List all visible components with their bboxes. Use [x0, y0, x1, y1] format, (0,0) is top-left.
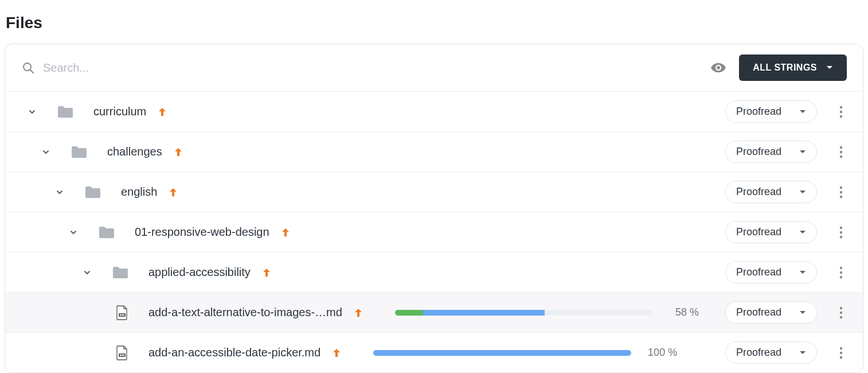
svg-rect-14: [99, 230, 114, 238]
svg-point-27: [840, 311, 842, 313]
more-menu-icon[interactable]: [831, 102, 851, 122]
caret-down-icon: [799, 230, 806, 235]
up-arrow-icon[interactable]: [331, 347, 342, 359]
progress-translated-segment: [423, 310, 545, 316]
folder-icon: [112, 266, 129, 279]
chevron-down-icon[interactable]: [81, 266, 93, 279]
up-arrow-icon[interactable]: [157, 106, 168, 118]
svg-rect-6: [72, 149, 87, 158]
svg-point-33: [840, 347, 842, 349]
folder-icon: [57, 105, 74, 119]
up-arrow-icon[interactable]: [280, 227, 291, 238]
file-row[interactable]: add-an-accessible-date-picker.md100 %Pro…: [5, 332, 863, 372]
caret-down-icon: [799, 150, 806, 154]
row-name: challenges: [107, 145, 162, 158]
all-strings-label: ALL STRINGS: [753, 63, 817, 73]
all-strings-button[interactable]: ALL STRINGS: [739, 55, 847, 81]
search-input[interactable]: [43, 61, 698, 75]
svg-point-9: [840, 155, 842, 157]
svg-point-28: [840, 316, 842, 318]
svg-rect-24: [122, 314, 123, 316]
folder-icon: [84, 185, 101, 199]
proofread-button[interactable]: Proofread: [725, 261, 817, 283]
proofread-button[interactable]: Proofread: [725, 341, 817, 364]
svg-point-16: [840, 231, 842, 233]
visibility-toggle-icon[interactable]: [707, 56, 730, 79]
search-icon: [21, 61, 35, 75]
proofread-button[interactable]: Proofread: [725, 141, 817, 163]
proofread-label: Proofread: [736, 106, 781, 118]
more-menu-icon[interactable]: [831, 302, 851, 323]
svg-rect-18: [113, 270, 128, 278]
proofread-label: Proofread: [736, 146, 781, 158]
row-name: english: [121, 185, 157, 199]
more-menu-icon[interactable]: [831, 182, 851, 203]
more-menu-icon[interactable]: [831, 262, 851, 283]
svg-rect-30: [120, 354, 121, 356]
folder-row[interactable]: applied-accessibilityProofread: [5, 252, 863, 292]
svg-point-17: [840, 235, 842, 238]
svg-rect-23: [120, 314, 121, 316]
svg-point-34: [840, 351, 842, 353]
svg-point-21: [840, 275, 842, 278]
folder-row[interactable]: englishProofread: [5, 172, 863, 212]
svg-rect-32: [123, 354, 124, 356]
proofread-label: Proofread: [736, 226, 781, 238]
folder-row[interactable]: challengesProofread: [5, 131, 863, 172]
row-name: 01-responsive-web-design: [135, 226, 269, 239]
row-name: applied-accessibility: [148, 266, 251, 279]
page-title: Files: [6, 14, 863, 32]
svg-point-15: [840, 226, 842, 228]
more-menu-icon[interactable]: [831, 142, 851, 162]
up-arrow-icon[interactable]: [261, 267, 272, 278]
up-arrow-icon[interactable]: [353, 307, 364, 318]
svg-point-5: [840, 115, 842, 117]
up-arrow-icon[interactable]: [167, 187, 179, 198]
up-arrow-icon[interactable]: [173, 146, 184, 158]
caret-down-icon: [826, 65, 833, 70]
svg-point-12: [840, 191, 842, 193]
chevron-down-icon[interactable]: [26, 106, 38, 118]
progress-approved-segment: [395, 310, 424, 316]
progress-bar: [395, 310, 653, 316]
progress-percent: 100 %: [643, 347, 677, 359]
svg-point-13: [840, 195, 842, 197]
folder-row[interactable]: curriculumProofread: [5, 91, 863, 131]
proofread-button[interactable]: Proofread: [725, 100, 817, 123]
progress-wrap: 100 %: [373, 347, 677, 359]
svg-point-7: [840, 146, 842, 148]
proofread-button[interactable]: Proofread: [725, 181, 817, 203]
markdown-file-icon: [115, 305, 129, 320]
svg-point-11: [840, 186, 842, 188]
caret-down-icon: [799, 270, 806, 275]
files-panel: ALL STRINGS curriculumProofreadchallenge…: [5, 44, 863, 373]
svg-point-26: [840, 306, 842, 309]
proofread-label: Proofread: [736, 186, 781, 198]
chevron-down-icon[interactable]: [67, 226, 80, 239]
file-row[interactable]: add-a-text-alternative-to-images-…md58 %…: [5, 292, 863, 332]
caret-down-icon: [799, 190, 806, 195]
proofread-label: Proofread: [736, 347, 781, 359]
progress-bar: [373, 350, 631, 356]
progress-wrap: 58 %: [395, 306, 699, 318]
more-menu-icon[interactable]: [831, 343, 851, 363]
row-name: add-a-text-alternative-to-images-…md: [148, 306, 342, 319]
more-menu-icon[interactable]: [831, 222, 851, 243]
row-name: add-an-accessible-date-picker.md: [148, 346, 320, 359]
folder-icon: [71, 145, 88, 159]
proofread-button[interactable]: Proofread: [725, 301, 817, 324]
caret-down-icon: [799, 310, 806, 315]
svg-point-3: [840, 106, 842, 108]
markdown-file-icon: [115, 345, 129, 360]
svg-line-1: [30, 70, 34, 73]
chevron-down-icon[interactable]: [40, 146, 52, 158]
progress-percent: 58 %: [664, 306, 699, 318]
proofread-button[interactable]: Proofread: [725, 221, 817, 243]
row-name: curriculum: [93, 105, 146, 118]
chevron-down-icon[interactable]: [53, 186, 66, 199]
toolbar: ALL STRINGS: [5, 44, 863, 91]
folder-row[interactable]: 01-responsive-web-designProofread: [5, 212, 863, 252]
progress-translated-segment: [373, 350, 631, 356]
svg-rect-10: [85, 189, 100, 198]
svg-point-20: [840, 271, 842, 273]
